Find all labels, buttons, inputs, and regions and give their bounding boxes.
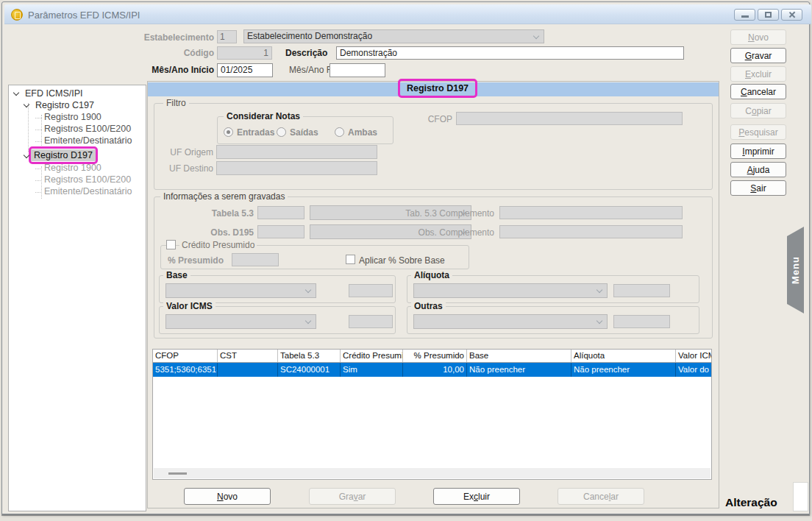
mes-ano-inicio-label: Mês/Ano Início	[142, 65, 214, 75]
base-value-field	[349, 284, 393, 297]
table-row-selected[interactable]: 5351;5360;6351- SC24000001 Sim 10,00 Não…	[153, 363, 711, 377]
valor-icms-group-title: Valor ICMS	[163, 301, 216, 311]
radio-ambas	[335, 127, 344, 137]
maximize-button[interactable]	[758, 9, 779, 21]
radio-saidas	[277, 127, 286, 137]
side-gravar-button[interactable]: Gravar	[730, 48, 786, 63]
tree-item-d197-emitente-destinatario[interactable]: Emitente/Destinatário	[44, 186, 132, 196]
obs-complemento-field	[499, 225, 683, 238]
highlight-box-tree: Registro D197	[29, 146, 98, 164]
uf-origem-field	[216, 145, 377, 159]
informacoes-group-title: Informações a serem gravadas	[160, 191, 288, 202]
uf-origem-label: UF Origem	[162, 147, 213, 157]
cell-base: Não preencher	[467, 363, 571, 377]
maximize-icon	[765, 12, 772, 18]
chevron-down-icon	[305, 287, 311, 293]
column-header-base[interactable]: Base	[467, 350, 571, 362]
cell-credito-presumido: Sim	[341, 363, 403, 377]
column-header-aliquota[interactable]: Alíquota	[571, 350, 676, 362]
tabela-53-label: Tabela 5.3	[188, 208, 254, 219]
tree-connector	[35, 192, 42, 193]
table-header-row: CFOP CST Tabela 5.3 Crédito Presumido % …	[153, 350, 711, 363]
cell-pct-presumido: 10,00	[403, 363, 467, 377]
registry-tree: EFD ICMS/IPI Registro C197 Registro 1900…	[8, 85, 146, 511]
credito-presumido-label: Crédito Presumido	[179, 240, 257, 250]
excluir-row-button[interactable]: Excluir	[433, 488, 520, 505]
tree-item-efd-icms-ipi[interactable]: EFD ICMS/IPI	[25, 88, 82, 99]
side-copiar-button: Copiar	[730, 103, 786, 118]
side-cancelar-button[interactable]: Cancelar	[730, 84, 786, 99]
highlight-box-header: Registro D197	[398, 79, 477, 98]
cfop-field	[456, 112, 683, 125]
cell-cfop: 5351;5360;6351-	[153, 363, 218, 377]
cell-tabela-53: SC24000001	[278, 363, 341, 377]
cell-valor-icms: Valor do ICMS	[676, 363, 711, 377]
column-header-credito-presumido[interactable]: Crédito Presumido	[341, 350, 403, 362]
codigo-label: Código	[149, 48, 214, 58]
bottom-right-panel	[793, 482, 808, 511]
tree-item-c197-emitente-destinatario[interactable]: Emitente/Destinatário	[44, 135, 132, 146]
side-novo-button: Novo	[730, 29, 786, 45]
tree-guide-line	[41, 166, 42, 199]
tree-item-c197-registro-1900[interactable]: Registro 1900	[44, 112, 102, 122]
tree-connector	[35, 169, 42, 169]
column-header-valor-icms[interactable]: Valor ICMS	[676, 350, 711, 362]
radio-saidas-label: Saídas	[290, 127, 318, 138]
radio-entradas	[224, 127, 233, 137]
tree-item-c197-registros-e100-e200[interactable]: Registros E100/E200	[44, 124, 131, 134]
aplicar-sobre-base-label: Aplicar % Sobre Base	[359, 255, 445, 266]
base-group-title: Base	[163, 270, 190, 280]
minimize-button[interactable]	[734, 9, 755, 21]
tree-connector	[35, 118, 42, 118]
horizontal-scrollbar[interactable]	[154, 468, 710, 478]
close-button[interactable]	[781, 9, 802, 21]
obs-d195-label: Obs. D195	[188, 227, 254, 238]
descricao-label: Descrição	[285, 48, 327, 58]
mes-ano-fim-input[interactable]	[330, 63, 385, 77]
registros-table: CFOP CST Tabela 5.3 Crédito Presumido % …	[152, 349, 712, 480]
tree-item-registro-c197[interactable]: Registro C197	[35, 100, 94, 110]
credito-presumido-checkbox	[166, 240, 176, 249]
uf-destino-field	[216, 161, 377, 175]
chevron-down-icon	[596, 318, 602, 324]
tree-item-d197-registro-1900[interactable]: Registro 1900	[44, 163, 102, 173]
side-imprimir-button[interactable]: Imprimir	[730, 143, 786, 159]
codigo-field: 1	[217, 46, 272, 60]
obs-complemento-label: Obs. Complemento	[397, 227, 494, 238]
estabelecimento-combo-value: Estabelecimento Demonstração	[247, 31, 372, 41]
chevron-down-icon	[13, 90, 19, 96]
valor-icms-combo	[165, 314, 316, 329]
app-icon	[11, 9, 23, 21]
tree-guide-line	[41, 115, 42, 149]
considerar-notas-title: Considerar Notas	[224, 111, 303, 121]
registro-header-title: Registro D197	[407, 83, 469, 93]
tree-connector	[35, 141, 42, 142]
tree-item-d197-registros-e100-e200[interactable]: Registros E100/E200	[44, 174, 131, 185]
novo-row-button[interactable]: Novo	[184, 488, 271, 505]
mes-ano-inicio-input[interactable]: 01/2025	[217, 63, 273, 77]
estabelecimento-code-field: 1	[217, 30, 237, 43]
tree-item-registro-d197-selected[interactable]: Registro D197	[31, 149, 96, 161]
radio-entradas-label: Entradas	[237, 127, 274, 138]
titlebar: Parâmetros EFD ICMS/IPI	[4, 4, 811, 24]
tree-connector	[35, 180, 42, 181]
pct-presumido-field	[232, 253, 279, 266]
status-mode-label: Alteração	[725, 496, 777, 509]
filtro-group-title: Filtro	[163, 98, 189, 108]
column-header-cfop[interactable]: CFOP	[153, 350, 218, 362]
estabelecimento-combo: Estabelecimento Demonstração	[243, 29, 544, 43]
descricao-input[interactable]: Demonstração	[336, 46, 684, 60]
cfop-label: CFOP	[401, 114, 452, 124]
estabelecimento-label: Estabelecimento	[116, 32, 214, 43]
column-header-cst[interactable]: CST	[218, 350, 278, 362]
chevron-down-icon	[533, 33, 539, 39]
aliquota-group-title: Alíquota	[411, 270, 452, 280]
tabela-53-code-field	[257, 206, 304, 219]
scrollbar-thumb[interactable]	[168, 472, 187, 475]
window-title: Parâmetros EFD ICMS/IPI	[28, 10, 140, 21]
column-header-tabela-53[interactable]: Tabela 5.3	[278, 350, 341, 362]
side-ajuda-button[interactable]: Ajuda	[730, 162, 786, 177]
side-sair-button[interactable]: Sair	[730, 180, 786, 196]
menu-tab[interactable]: Menu	[787, 227, 804, 313]
column-header-pct-presumido[interactable]: % Presumido	[403, 350, 467, 362]
